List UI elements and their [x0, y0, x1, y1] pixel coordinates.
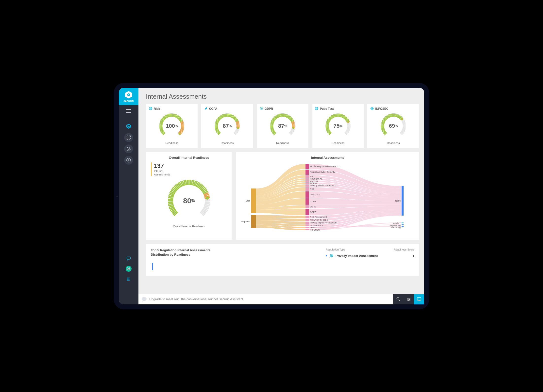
svg-text:INFOSEC: INFOSEC: [310, 228, 320, 231]
nav-help[interactable]: ?: [124, 156, 133, 165]
overall-gauge-caption: Overall Internal Readiness: [173, 225, 205, 228]
gauge-value: 69: [389, 123, 395, 129]
svg-rect-17: [127, 257, 131, 259]
svg-point-25: [128, 280, 129, 280]
svg-rect-418: [305, 180, 309, 182]
top5-item-score: 1: [413, 254, 414, 258]
page-title: Internal Assessments: [146, 93, 419, 100]
svg-point-24: [127, 280, 128, 280]
sankey-card: Internal Assessments DraftCompletedMulti…: [236, 152, 419, 240]
svg-rect-410: [305, 164, 309, 169]
sankey-title: Internal Assessments: [241, 156, 414, 159]
gauge-caption: Readiness: [276, 141, 289, 144]
gauge-card-ccpa[interactable]: CCPA 87% Readiness: [201, 104, 253, 148]
gauge-card-risk[interactable]: Risk 100% Readiness: [146, 104, 198, 148]
nav-grid[interactable]: [124, 133, 133, 142]
overall-gauge-value: 80: [183, 197, 191, 205]
svg-point-20: [129, 277, 130, 278]
gauge-label: INFOSEC: [375, 107, 388, 110]
gauge-value: 87: [278, 123, 284, 129]
overall-readiness-card: Overall Internal Readiness 137 Internal …: [146, 152, 232, 240]
gauge-value: 75: [334, 123, 339, 129]
gauge-caption: Readiness: [221, 141, 234, 144]
svg-point-457: [397, 298, 399, 300]
svg-point-26: [129, 280, 130, 280]
sliders-icon: [406, 297, 411, 302]
gauge-card-infosec[interactable]: INFOSEC 69% Readiness: [367, 104, 419, 148]
svg-text:?: ?: [128, 158, 130, 161]
svg-point-18: [127, 277, 128, 278]
svg-rect-452: [402, 226, 404, 227]
chat-icon: [126, 256, 131, 261]
overall-count: 137: [154, 162, 227, 169]
securiti-logo-icon: [124, 91, 133, 99]
gear-icon: [126, 146, 131, 152]
svg-rect-444: [305, 229, 309, 230]
search-button[interactable]: [393, 294, 404, 304]
svg-rect-3: [126, 109, 131, 110]
svg-point-14: [128, 148, 129, 149]
search-icon: [396, 297, 401, 302]
present-button[interactable]: [414, 294, 424, 304]
svg-rect-10: [129, 136, 131, 137]
svg-rect-406: [251, 188, 256, 213]
gauge: 75%: [324, 112, 352, 140]
overall-card-title: Overall Internal Readiness: [151, 156, 227, 159]
gauge-label: Risk: [154, 107, 160, 110]
svg-point-2: [128, 94, 129, 95]
svg-rect-438: [305, 221, 309, 224]
gauge-card-gdpr[interactable]: GDPR 87% Readiness: [257, 104, 309, 148]
svg-rect-442: [305, 227, 309, 228]
gauge-value: 87: [223, 123, 229, 129]
gauge-card-pubs-test[interactable]: Pubs Test 75% Readiness: [312, 104, 364, 148]
svg-text:LGPD: LGPD: [310, 205, 316, 208]
svg-point-22: [128, 279, 129, 279]
gauge-card-row: Risk 100% Readiness CCPA 87% Readiness G…: [146, 104, 419, 148]
gauge-label: Pubs Test: [320, 107, 334, 110]
svg-rect-416: [305, 178, 309, 180]
svg-text:GDPR: GDPR: [310, 211, 317, 213]
svg-rect-5: [126, 112, 131, 113]
svg-rect-432: [305, 209, 309, 215]
nav-apps[interactable]: [124, 275, 133, 283]
svg-rect-448: [402, 222, 404, 223]
sankey-chart: DraftCompletedMulti-category assessment …: [241, 161, 414, 233]
gauge-header: Pubs Test: [315, 107, 361, 111]
svg-point-456: [142, 297, 147, 301]
pen-icon: [204, 107, 208, 111]
gauge-caption: Readiness: [387, 141, 400, 144]
gauge-label: GDPR: [265, 107, 273, 110]
overall-count-label-1: Internal: [154, 169, 227, 173]
filter-button[interactable]: [404, 294, 414, 304]
radar-icon: [149, 107, 152, 111]
svg-rect-412: [305, 169, 309, 174]
svg-point-459: [409, 299, 410, 299]
brand-logo[interactable]: securiti: [119, 88, 138, 105]
user-avatar[interactable]: DB: [126, 266, 132, 272]
svg-text:Risk Assessment: Risk Assessment: [310, 216, 327, 218]
gauge-label: CCPA: [209, 107, 217, 110]
svg-rect-420: [305, 182, 309, 184]
radar-icon: [370, 107, 374, 111]
nav-radar[interactable]: [124, 122, 133, 131]
assistant-input[interactable]: Upgrade to meet Auti, the conversational…: [138, 294, 393, 304]
svg-point-21: [127, 279, 128, 279]
top5-item[interactable]: Privacy Impact Assessment 1: [326, 254, 414, 258]
nav-settings[interactable]: [124, 144, 133, 153]
hamburger-menu-button[interactable]: [119, 105, 138, 117]
overall-gauge: 80%: [167, 179, 211, 223]
nav-chat[interactable]: [124, 254, 133, 263]
svg-rect-414: [305, 175, 309, 177]
gauge-caption: Readiness: [165, 141, 178, 144]
gauge-caption: Readiness: [332, 141, 344, 144]
svg-text:Australian Cyber Security: Australian Cyber Security: [310, 171, 335, 173]
assistant-bar: Upgrade to meet Auti, the conversational…: [138, 294, 424, 304]
svg-rect-440: [305, 224, 309, 226]
play-screen-icon: [417, 297, 422, 302]
gauge: 69%: [380, 112, 407, 140]
gauge-value: 100: [166, 123, 175, 129]
help-icon: ?: [126, 157, 131, 163]
overall-stat: 137 Internal Assessments: [151, 162, 227, 176]
svg-point-460: [408, 300, 409, 300]
svg-text:CCPA: CCPA: [310, 200, 316, 203]
